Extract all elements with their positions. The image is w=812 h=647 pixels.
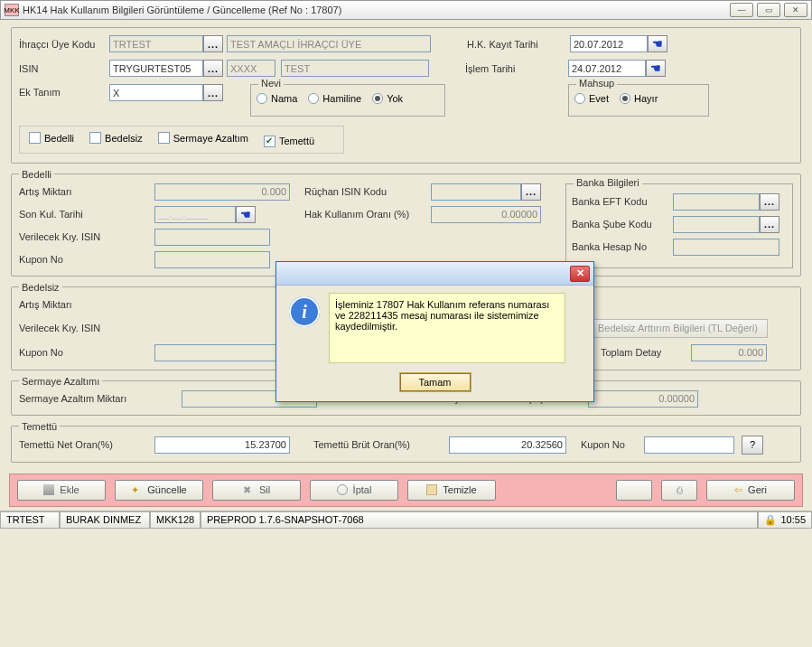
temettu-net-label: Temettü Net Oran(%) (19, 439, 154, 450)
temettu-brut-label: Temettü Brüt Oran(%) (313, 439, 449, 450)
banka-sube-input (673, 216, 760, 233)
toplam-input (691, 344, 767, 361)
temettu-checkbox[interactable]: ✔Temettü (264, 136, 314, 147)
info-icon: i (289, 296, 320, 327)
isin-input[interactable] (109, 60, 203, 77)
isin-lookup-button[interactable]: ... (203, 60, 223, 77)
bedelli-artis-label: Artış Miktarı (19, 186, 154, 197)
bedelsiz-kupon-label: Kupon No (19, 347, 154, 358)
sermaye-miktar-label: Sermaye Azaltım Miktarı (19, 393, 182, 404)
verilecek-input (154, 229, 270, 246)
add-icon (43, 484, 54, 495)
temettu-brut-input[interactable] (449, 436, 566, 454)
temizle-button[interactable]: Temizle (407, 480, 496, 501)
sonkul-label: Son Kul. Tarihi (19, 209, 154, 220)
lock-icon: 🔒 (764, 514, 777, 526)
minimize-button[interactable]: — (730, 3, 753, 17)
status-clock: 🔒10:55 (758, 511, 812, 529)
bedelsiz-verilecek-label: Verilecek Kıy. ISIN (19, 323, 154, 333)
ihracc-lookup-button[interactable]: ... (203, 35, 223, 52)
bedelsiz-artis-label: Artış Miktarı (19, 299, 154, 310)
ektanim-label: Ek Tanım (19, 84, 109, 98)
sermaye-oran-input (588, 390, 698, 408)
hak-oran-label: Hak Kullanım Oranı (%) (304, 209, 431, 220)
nevi-nama-radio[interactable]: Nama (257, 93, 297, 104)
ihracc-desc (227, 35, 431, 52)
mahsup-group: Mahsup Evet Hayır (568, 84, 709, 117)
guncelle-button[interactable]: ✦Güncelle (115, 480, 203, 501)
refresh-icon: ✦ (131, 484, 142, 495)
geri-button[interactable]: ⇦Geri (706, 480, 795, 501)
temettu-group: Temettü Temettü Net Oran(%) Temettü Brüt… (11, 421, 801, 463)
info-dialog: ✕ i İşleminiz 17807 Hak Kullanım referan… (275, 261, 594, 402)
hk-tarih-label: H.K. Kayıt Tarihi (467, 39, 570, 50)
printer-icon: ⎙ (677, 484, 683, 495)
islem-tarih-input[interactable] (568, 60, 646, 77)
bedelli-kupon-label: Kupon No (19, 254, 154, 265)
temettu-kupon-input[interactable] (644, 436, 734, 454)
nevi-yok-radio[interactable]: Yok (372, 93, 403, 104)
status-terminal: MKK128 (150, 511, 201, 529)
dialog-message: İşleminiz 17807 Hak Kullanım referans nu… (329, 293, 565, 363)
maximize-button[interactable]: ▭ (757, 3, 780, 17)
window-titlebar: MKK HK14 Hak Kullanım Bilgileri Görüntül… (0, 0, 812, 20)
mahsup-legend: Mahsup (576, 78, 617, 89)
back-arrow-icon: ⇦ (734, 484, 742, 496)
bedelsiz-legend: Bedelsiz (19, 282, 62, 293)
bedelli-group: Bedelli Artış Miktarı Rüçhan ISIN Kodu .… (11, 169, 801, 277)
nevi-hamiline-radio[interactable]: Hamiline (308, 93, 361, 104)
print-button[interactable]: ⎙ (661, 480, 697, 501)
ruchan-label: Rüçhan ISIN Kodu (304, 186, 431, 197)
banka-hesap-label: Banka Hesap No (572, 241, 673, 252)
temettu-legend: Temettü (19, 421, 60, 432)
eraser-icon (426, 484, 437, 495)
ektanim-input[interactable] (109, 84, 203, 101)
mahsup-hayir-radio[interactable]: Hayır (620, 93, 658, 104)
banka-legend: Banka Bilgileri (574, 177, 642, 188)
sermaye-legend: Sermaye Azaltımı (19, 376, 102, 387)
delete-icon: ✖ (243, 484, 254, 495)
banka-eft-lookup[interactable]: ... (760, 193, 779, 211)
status-user-code: TRTEST (0, 511, 60, 529)
app-icon: MKK (5, 4, 19, 16)
islem-tarih-picker-button[interactable]: ☚ (646, 60, 666, 77)
extra1-button[interactable] (616, 480, 652, 501)
sil-button[interactable]: ✖Sil (212, 480, 301, 501)
hak-oran-input (431, 206, 541, 223)
window-title: HK14 Hak Kullanım Bilgileri Görüntüleme … (23, 5, 730, 15)
ihracc-label: İhraçcı Üye Kodu (19, 39, 109, 50)
sermaye-checkbox[interactable]: Sermaye Azaltım (158, 132, 248, 144)
isin-code (227, 60, 275, 77)
bedelsiz-kupon-input (154, 344, 290, 361)
hk-tarih-picker-button[interactable]: ☚ (648, 35, 667, 52)
sonkul-picker-button[interactable]: ☚ (236, 206, 256, 223)
mahsup-evet-radio[interactable]: Evet (574, 93, 609, 104)
dialog-ok-button[interactable]: Tamam (399, 372, 471, 392)
hk-tarih-input[interactable] (570, 35, 648, 52)
iptal-button[interactable]: İptal (310, 480, 398, 501)
status-user-name: BURAK DINMEZ (60, 511, 150, 529)
bedelli-kupon-input (154, 251, 270, 268)
bedelli-legend: Bedelli (19, 169, 54, 180)
temettu-kupon-label: Kupon No (581, 439, 644, 450)
close-button[interactable]: ✕ (784, 3, 807, 17)
bedelli-artis-input (154, 183, 290, 201)
action-bar: Ekle ✦Güncelle ✖Sil İptal Temizle ⎙ ⇦Ger… (9, 474, 803, 507)
bedelsiz-arttirim-button[interactable]: Bedelsiz Arttırım Bilgileri (TL Değeri) (588, 319, 768, 338)
status-version: PREPROD 1.7.6-SNAPSHOT-7068 (201, 511, 758, 529)
ruchan-lookup-button[interactable]: ... (521, 183, 541, 201)
cancel-icon (337, 484, 348, 495)
temettu-help-button[interactable]: ? (742, 436, 763, 455)
sonkul-input (154, 206, 236, 223)
dialog-close-button[interactable]: ✕ (570, 266, 590, 282)
ekle-button[interactable]: Ekle (17, 480, 106, 501)
ihracc-input (109, 35, 203, 52)
bedelsiz-checkbox[interactable]: Bedelsiz (89, 132, 143, 144)
banka-eft-input (673, 193, 760, 211)
nevi-legend: Nevi (258, 78, 284, 89)
banka-sube-lookup[interactable]: ... (760, 216, 779, 233)
bedelli-checkbox[interactable]: Bedelli (29, 132, 74, 144)
temettu-net-input[interactable] (154, 436, 290, 454)
nevi-group: Nevi Nama Hamiline Yok (250, 84, 445, 117)
ektanim-lookup-button[interactable]: ... (203, 84, 223, 101)
